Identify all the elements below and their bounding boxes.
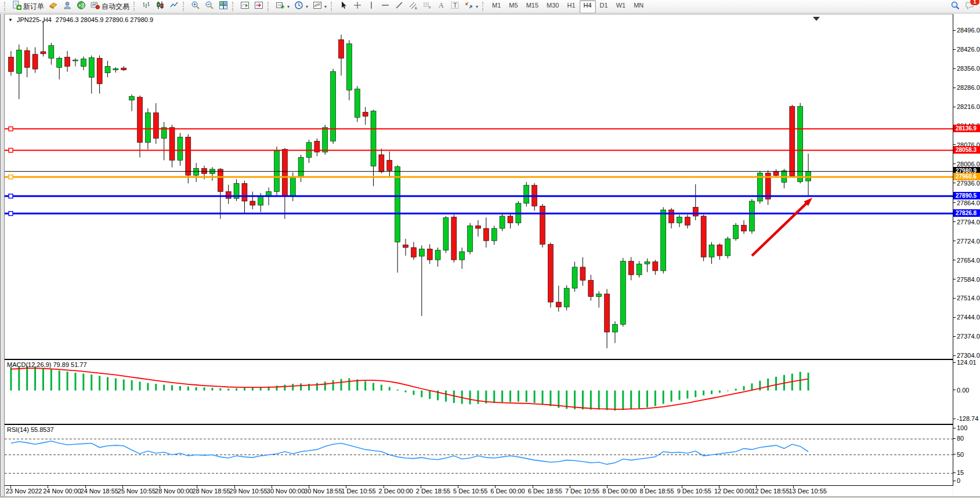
- candle[interactable]: [508, 215, 513, 228]
- candle[interactable]: [475, 220, 480, 237]
- channel-tool-button[interactable]: E: [406, 0, 420, 13]
- candle[interactable]: [16, 45, 21, 99]
- line-anchor-handle[interactable]: [9, 175, 13, 179]
- candle[interactable]: [242, 181, 247, 213]
- candle[interactable]: [226, 185, 231, 204]
- line-anchor-handle[interactable]: [9, 127, 13, 131]
- candle[interactable]: [387, 151, 392, 177]
- candle[interactable]: [57, 56, 62, 79]
- auto-scroll-button[interactable]: [238, 0, 252, 13]
- candle[interactable]: [588, 275, 594, 301]
- candle[interactable]: [32, 47, 38, 72]
- autotrading-button[interactable]: 自动交易: [88, 0, 132, 13]
- candle[interactable]: [153, 103, 158, 144]
- candle[interactable]: [89, 56, 94, 94]
- candle[interactable]: [717, 243, 722, 260]
- candle[interactable]: [468, 223, 473, 255]
- tile-windows-button[interactable]: [216, 0, 230, 13]
- candle[interactable]: [73, 58, 78, 66]
- cursor-tool-button[interactable]: [337, 0, 350, 13]
- candle[interactable]: [540, 204, 545, 248]
- candle[interactable]: [483, 217, 489, 248]
- candle[interactable]: [298, 155, 303, 182]
- profile-button[interactable]: [60, 0, 74, 13]
- timeframe-button-D1[interactable]: D1: [596, 0, 612, 13]
- candle[interactable]: [178, 133, 183, 165]
- candle[interactable]: [725, 237, 731, 259]
- macd-indicator-pane[interactable]: MACD(12,26,9) 79.89 51.77: [5, 359, 953, 424]
- candle[interactable]: [339, 35, 344, 76]
- crosshair-tool-button[interactable]: [350, 0, 364, 13]
- bar-chart-button[interactable]: [139, 0, 153, 13]
- candle[interactable]: [65, 51, 70, 72]
- horizontal-line-tool-button[interactable]: [378, 0, 392, 13]
- candle[interactable]: [371, 110, 376, 186]
- candle[interactable]: [427, 244, 432, 264]
- timeframe-button-M15[interactable]: M15: [522, 0, 543, 13]
- timeframe-button-H4[interactable]: H4: [580, 0, 596, 13]
- candle[interactable]: [524, 182, 529, 206]
- candle[interactable]: [661, 207, 666, 273]
- timeframe-button-M5[interactable]: M5: [505, 0, 522, 13]
- search-button[interactable]: [948, 0, 963, 13]
- candle[interactable]: [346, 40, 352, 100]
- candle[interactable]: [282, 148, 287, 219]
- candle[interactable]: [24, 47, 30, 77]
- collapse-icon[interactable]: ▼: [8, 17, 13, 23]
- candle[interactable]: [556, 286, 561, 312]
- candle[interactable]: [395, 165, 400, 272]
- timeframe-button-MN[interactable]: MN: [630, 0, 648, 13]
- candle[interactable]: [460, 248, 465, 269]
- candle[interactable]: [274, 147, 279, 196]
- candlestick-chart-button[interactable]: [153, 0, 167, 13]
- candle[interactable]: [121, 66, 126, 71]
- candle[interactable]: [113, 67, 118, 72]
- candle[interactable]: [250, 191, 255, 209]
- templates-button[interactable]: ▾: [310, 0, 329, 13]
- candle[interactable]: [605, 289, 610, 348]
- timeframe-button-M30[interactable]: M30: [543, 0, 563, 13]
- candle[interactable]: [419, 245, 424, 316]
- periods-button[interactable]: ▾: [292, 0, 310, 13]
- candle[interactable]: [186, 135, 191, 184]
- horizontal-line-object[interactable]: [5, 194, 953, 198]
- metaeditor-button[interactable]: [46, 0, 60, 13]
- candle[interactable]: [742, 220, 747, 234]
- candle[interactable]: [790, 105, 795, 178]
- main-chart-pane[interactable]: ▼ JPN225-,H4 27946.3 28045.9 27890.6 279…: [5, 14, 953, 359]
- candle[interactable]: [403, 239, 408, 256]
- arrows-tool-button[interactable]: ▾: [462, 0, 480, 13]
- line-anchor-handle[interactable]: [9, 148, 13, 152]
- horizontal-line-object[interactable]: [5, 212, 953, 216]
- candle[interactable]: [645, 259, 650, 272]
- line-anchor-handle[interactable]: [9, 212, 13, 216]
- candle[interactable]: [765, 170, 771, 205]
- candle[interactable]: [782, 169, 787, 188]
- candle[interactable]: [169, 125, 175, 167]
- line-chart-button[interactable]: [167, 0, 181, 13]
- candle[interactable]: [443, 216, 449, 253]
- candle[interactable]: [331, 69, 336, 144]
- candle[interactable]: [677, 215, 682, 227]
- candle[interactable]: [564, 285, 569, 310]
- fibonacci-tool-button[interactable]: F: [420, 0, 434, 13]
- text-tool-button[interactable]: A: [434, 0, 448, 13]
- candle[interactable]: [491, 226, 497, 245]
- candle[interactable]: [709, 242, 714, 264]
- candle[interactable]: [749, 199, 754, 234]
- candle[interactable]: [411, 242, 416, 260]
- candle[interactable]: [129, 94, 135, 111]
- candle[interactable]: [363, 107, 368, 125]
- indicators-button[interactable]: ▾: [273, 0, 292, 13]
- candle[interactable]: [773, 169, 779, 177]
- timeframe-button-H1[interactable]: H1: [563, 0, 579, 13]
- text-label-tool-button[interactable]: T: [448, 0, 462, 13]
- candle[interactable]: [548, 242, 553, 307]
- line-anchor-handle[interactable]: [9, 194, 13, 198]
- notifications-button[interactable]: 1: [963, 0, 978, 13]
- candle[interactable]: [572, 261, 577, 292]
- timeframe-button-M1[interactable]: M1: [488, 0, 505, 13]
- horizontal-line-object[interactable]: [5, 148, 953, 152]
- candle[interactable]: [451, 215, 457, 262]
- chart-shift-marker[interactable]: [813, 17, 820, 21]
